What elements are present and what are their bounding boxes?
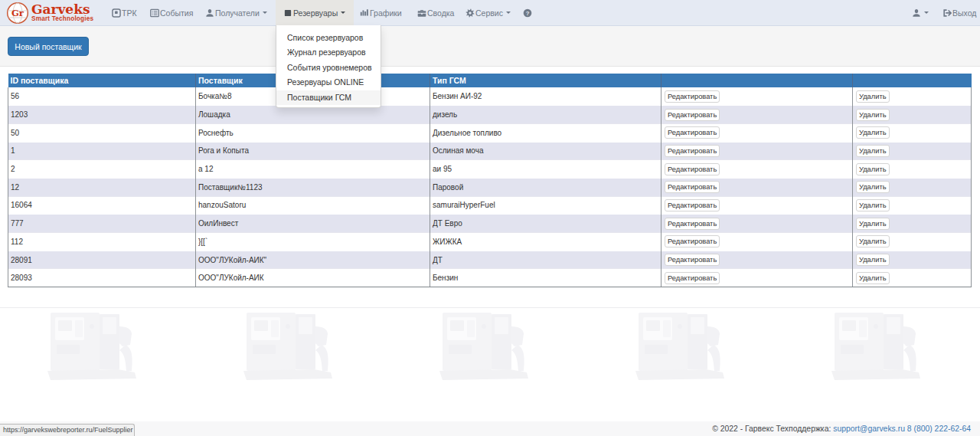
fuel-pump-watermark <box>438 310 541 383</box>
fuel-pump-watermark <box>46 310 149 383</box>
cell-id: 112 <box>8 233 196 251</box>
edit-button[interactable]: Редактировать <box>665 235 720 248</box>
dropdown-item[interactable]: Поставщики ГСМ <box>276 90 381 105</box>
delete-button[interactable]: Удалить <box>856 126 890 139</box>
nav-item-ТРК[interactable]: ТРК <box>104 0 145 25</box>
nav-item-label: Сервис <box>475 8 503 18</box>
recipients-icon <box>205 8 214 18</box>
footer-support-link[interactable]: support@garveks.ru 8 (800) 222-62-64 <box>833 425 971 433</box>
cell-edit: Редактировать <box>662 178 853 196</box>
cell-id: 1 <box>8 142 196 160</box>
cell-edit: Редактировать <box>662 233 853 251</box>
user-menu[interactable] <box>904 0 937 25</box>
delete-button[interactable]: Удалить <box>856 235 890 248</box>
cell-fuel: Бензин АИ-92 <box>430 87 662 106</box>
cell-delete: Удалить <box>853 269 972 287</box>
cell-edit: Редактировать <box>662 123 853 142</box>
cell-edit: Редактировать <box>662 251 853 269</box>
browser-status-url: https://garvekswebreporter.ru/FuelSuppli… <box>0 424 135 436</box>
delete-button[interactable]: Удалить <box>856 218 890 230</box>
watermark-strip <box>0 307 980 421</box>
cell-supplier: а 12 <box>196 160 430 179</box>
brand-logo[interactable]: Gr Garveks Smart Technologies <box>0 0 100 25</box>
cell-delete: Удалить <box>853 160 972 179</box>
dropdown-item[interactable]: Резервуары ONLINE <box>276 75 381 90</box>
edit-button[interactable]: Редактировать <box>665 109 720 121</box>
edit-button[interactable]: Редактировать <box>665 199 720 211</box>
nav-item-label: Резервуары <box>293 8 338 18</box>
charts-icon <box>360 8 369 18</box>
toolbar: Новый поставщик <box>0 26 980 67</box>
nav-item-Получатели[interactable]: Получатели <box>198 0 276 25</box>
delete-button[interactable]: Удалить <box>856 109 890 121</box>
edit-button[interactable]: Редактировать <box>665 218 720 230</box>
cell-fuel: дизель <box>430 106 662 124</box>
cell-supplier: Поставщик№1123 <box>196 178 430 196</box>
svg-text:Gr: Gr <box>11 8 24 18</box>
delete-button[interactable]: Удалить <box>856 272 890 284</box>
logout-icon <box>942 8 952 18</box>
nav-item-label: ТРК <box>122 8 137 18</box>
new-supplier-button[interactable]: Новый поставщик <box>8 37 89 56</box>
delete-button[interactable]: Удалить <box>856 181 890 193</box>
delete-button[interactable]: Удалить <box>856 199 890 211</box>
cell-fuel: Дизельное топливо <box>430 123 662 142</box>
edit-button[interactable]: Редактировать <box>665 254 720 266</box>
cell-fuel: Бензин <box>430 269 662 287</box>
cell-delete: Удалить <box>853 251 972 269</box>
cell-delete: Удалить <box>853 196 972 215</box>
nav-item-label: Графики <box>370 8 402 18</box>
brand-globe-icon: Gr <box>6 2 29 25</box>
nav-item-Резервуары[interactable]: Резервуары <box>276 0 354 25</box>
reservoirs-dropdown: Список резервуаровЖурнал резервуаровСобы… <box>276 25 381 108</box>
cell-supplier: Роснефть <box>196 123 430 142</box>
cell-supplier: Рога и Копыта <box>196 142 430 160</box>
cell-delete: Удалить <box>853 87 972 106</box>
user-icon <box>912 8 921 18</box>
delete-button[interactable]: Удалить <box>856 145 890 157</box>
nav-item-События[interactable]: События <box>142 0 201 25</box>
delete-button[interactable]: Удалить <box>856 90 890 103</box>
help-icon: ? <box>523 8 532 18</box>
table-row: 1Рога и КопытаОслиная мочаРедактироватьУ… <box>8 142 972 160</box>
cell-supplier: ООО"ЛУКойл-АИК" <box>196 251 430 269</box>
reservoirs-icon <box>283 8 292 18</box>
cell-edit: Редактировать <box>662 142 853 160</box>
trk-icon <box>112 8 121 18</box>
dropdown-item[interactable]: События уровнемеров <box>276 61 381 75</box>
table-row: 28093ООО"ЛУКойл-АИКБензинРедактироватьУд… <box>8 269 972 287</box>
fuel-pump-watermark <box>242 310 345 383</box>
cell-edit: Редактировать <box>662 196 853 215</box>
cell-supplier: }[[` <box>196 233 430 251</box>
edit-button[interactable]: Редактировать <box>665 145 720 157</box>
nav-item-label: События <box>160 8 193 18</box>
cell-edit: Редактировать <box>662 269 853 287</box>
edit-button[interactable]: Редактировать <box>665 90 720 103</box>
table-row: 50РоснефтьДизельное топливоРедактировать… <box>8 123 972 142</box>
cell-fuel: ДТ <box>430 251 662 269</box>
events-icon <box>150 8 159 18</box>
cell-fuel: аи 95 <box>430 160 662 179</box>
nav-item-Графики[interactable]: Графики <box>352 0 410 25</box>
edit-button[interactable]: Редактировать <box>665 163 720 175</box>
cell-id: 777 <box>8 215 196 233</box>
nav-item-Сводка[interactable]: Сводка <box>410 0 462 25</box>
dropdown-item[interactable]: Список резервуаров <box>276 31 381 45</box>
edit-button[interactable]: Редактировать <box>665 272 720 284</box>
table-row: 28091ООО"ЛУКойл-АИК"ДТРедактироватьУдали… <box>8 251 972 269</box>
nav-item-Сервис[interactable]: Сервис <box>458 0 519 25</box>
column-header <box>853 74 972 87</box>
column-header: ID поставщика <box>8 74 196 87</box>
nav-item-help[interactable]: ? <box>515 0 541 25</box>
dropdown-item[interactable]: Журнал резервуаров <box>276 45 381 60</box>
edit-button[interactable]: Редактировать <box>665 126 720 139</box>
cell-edit: Редактировать <box>662 215 853 233</box>
cell-delete: Удалить <box>853 233 972 251</box>
edit-button[interactable]: Редактировать <box>665 181 720 193</box>
delete-button[interactable]: Удалить <box>856 163 890 175</box>
logout-button[interactable]: Выход <box>935 0 980 25</box>
table-row: 56Бочка№8Бензин АИ-92РедактироватьУдалит… <box>8 87 972 106</box>
cell-fuel: Паровой <box>430 178 662 196</box>
cell-fuel: Ослиная моча <box>430 142 662 160</box>
delete-button[interactable]: Удалить <box>856 254 890 266</box>
